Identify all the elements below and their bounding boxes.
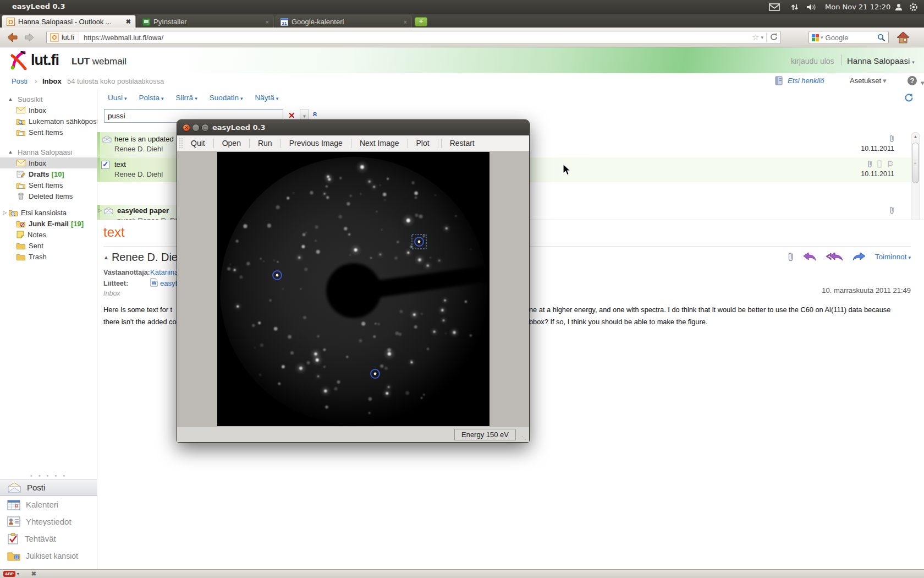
- sidebar-item-junk[interactable]: Junk E-mail[19]: [0, 218, 97, 229]
- module-contacts[interactable]: Yhteystiedot: [0, 513, 97, 530]
- message-state-icon[interactable]: [877, 160, 882, 168]
- power-gear-icon[interactable]: [909, 0, 919, 14]
- adblock-icon[interactable]: ABP: [3, 571, 15, 577]
- scrollbar-thumb[interactable]: ≡: [912, 143, 919, 183]
- menu-quit[interactable]: Quit: [183, 139, 213, 148]
- url-bar[interactable]: O lut.fi https://webmail.lut.fi/owa/ ☆ ▾: [46, 31, 781, 44]
- sidebar-item-search-folders[interactable]: ▷Etsi kansioista: [0, 207, 97, 218]
- reload-icon[interactable]: [769, 32, 778, 43]
- mail-icon[interactable]: [769, 0, 780, 14]
- help-dropdown-icon[interactable]: ▾: [921, 79, 924, 87]
- flag-icon[interactable]: [887, 160, 894, 168]
- bookmark-star-icon[interactable]: ☆: [752, 32, 759, 42]
- double-chevron-icon[interactable]: «: [310, 112, 320, 117]
- forward-icon[interactable]: [852, 251, 866, 262]
- network-arrows-icon[interactable]: [790, 0, 799, 14]
- owa-favicon: O: [50, 33, 59, 42]
- menu-restart[interactable]: Restart: [442, 139, 483, 148]
- tab-close-icon[interactable]: ×: [404, 19, 407, 25]
- volume-icon[interactable]: [806, 0, 817, 14]
- user-menu[interactable]: Hanna Salopaasi▾: [847, 56, 915, 66]
- attachments-label: Liitteet:: [103, 280, 128, 287]
- sidebar-item-unread[interactable]: Lukematon sähköposti: [0, 116, 97, 127]
- window-minimize-button[interactable]: —: [192, 124, 200, 132]
- new-menu[interactable]: Uusi▾: [108, 94, 127, 102]
- checkbox-checked[interactable]: ✓: [101, 161, 109, 169]
- sidebar-item-sent[interactable]: Sent: [0, 240, 97, 251]
- sidebar-item-sent-fav[interactable]: Sent Items: [0, 127, 97, 138]
- sidebar-item-deleted-items[interactable]: Deleted Items: [0, 190, 97, 201]
- window-titlebar[interactable]: ✕ — ▢ easyLeed 0.3: [177, 120, 529, 135]
- site-identity-chip[interactable]: O lut.fi: [47, 31, 79, 43]
- open-envelope-icon: [102, 135, 112, 143]
- sidebar-item-notes[interactable]: Notes: [0, 229, 97, 240]
- mail-module-icon: [7, 482, 21, 493]
- menu-next-image[interactable]: Next Image: [351, 139, 408, 148]
- collapse-triangle-icon[interactable]: ▲: [7, 96, 14, 102]
- refresh-icon[interactable]: [904, 92, 914, 105]
- web-search-input[interactable]: [826, 34, 877, 42]
- chevron-down-icon[interactable]: ▾: [17, 571, 19, 576]
- sidebar-item-trash[interactable]: Trash: [0, 251, 97, 262]
- tab-google-calendar[interactable]: 21 Google-kalenteri ×: [276, 15, 412, 28]
- close-addon-bar-icon[interactable]: ✖: [31, 570, 36, 577]
- logout-link[interactable]: kirjaudu ulos: [791, 57, 834, 66]
- menu-previous-image[interactable]: Previous Image: [281, 139, 351, 148]
- module-calendar[interactable]: Kalenteri: [0, 496, 97, 513]
- tab-outlook[interactable]: O Hanna Salopaasi - Outlook ... ✖: [2, 15, 136, 28]
- scroll-up-icon[interactable]: ▲: [911, 133, 920, 141]
- collapse-triangle-icon[interactable]: ▲: [7, 149, 14, 155]
- settings-menu[interactable]: Asetukset▾: [850, 77, 887, 85]
- move-menu[interactable]: Siirrä▾: [176, 94, 197, 102]
- module-mail[interactable]: Posti: [0, 479, 97, 496]
- module-tasks[interactable]: Tehtävät: [0, 530, 97, 547]
- brand-name[interactable]: lut.fi: [31, 52, 59, 69]
- forward-button[interactable]: [24, 32, 35, 45]
- reply-all-icon[interactable]: [826, 251, 843, 262]
- sent-folder-icon: [16, 129, 25, 136]
- resize-grip[interactable]: ⋱: [521, 435, 527, 440]
- menu-open[interactable]: Open: [214, 139, 249, 148]
- view-menu[interactable]: Näytä▾: [255, 94, 278, 102]
- url-dropdown-icon[interactable]: ▾: [761, 35, 763, 40]
- expand-triangle-icon[interactable]: ▷: [98, 208, 102, 213]
- easyleed-window[interactable]: ✕ — ▢ easyLeed 0.3 Quit Open Run Previou…: [177, 119, 530, 443]
- tab-close-icon[interactable]: ✖: [126, 18, 131, 25]
- home-icon[interactable]: [897, 31, 910, 46]
- leed-image-canvas[interactable]: [217, 152, 490, 426]
- expand-triangle-icon[interactable]: ▷: [1, 210, 9, 215]
- collapse-triangle-icon[interactable]: ▲: [103, 254, 109, 260]
- url-text[interactable]: https://webmail.lut.fi/owa/: [84, 34, 752, 42]
- module-public-folders[interactable]: Julkiset kansiot: [0, 547, 97, 564]
- favorites-header[interactable]: ▲Suosikit: [0, 94, 97, 105]
- user-icon[interactable]: [894, 0, 903, 14]
- new-tab-button[interactable]: +: [415, 17, 427, 26]
- window-maximize-button[interactable]: ▢: [201, 124, 209, 132]
- menu-run[interactable]: Run: [250, 139, 280, 148]
- filter-menu[interactable]: Suodatin▾: [210, 94, 243, 102]
- splitter-handle[interactable]: • • • • •: [0, 472, 97, 479]
- sidebar-item-inbox-fav[interactable]: Inbox: [0, 105, 97, 116]
- menu-plot[interactable]: Plot: [408, 139, 438, 148]
- sidebar-item-inbox[interactable]: Inbox: [0, 157, 97, 168]
- clock[interactable]: Mon Nov 21 12:20: [825, 3, 890, 11]
- ubuntu-top-panel: easyLeed 0.3 Mon Nov 21 12:20: [0, 0, 924, 14]
- back-button[interactable]: [6, 31, 19, 46]
- breadcrumb-root[interactable]: Posti: [12, 77, 28, 85]
- unread-count: [10]: [52, 170, 64, 178]
- delete-menu[interactable]: Poista▾: [139, 94, 164, 102]
- search-bar[interactable]: ▾: [809, 31, 889, 44]
- help-button[interactable]: ?: [908, 76, 917, 85]
- magnifier-icon[interactable]: [877, 34, 886, 42]
- reply-icon[interactable]: [802, 251, 817, 262]
- find-person-link[interactable]: Etsi henkilö: [788, 77, 824, 85]
- sidebar-item-sent-items[interactable]: Sent Items: [0, 179, 97, 190]
- window-close-button[interactable]: ✕: [183, 124, 190, 132]
- actions-menu[interactable]: Toiminnot▾: [875, 253, 911, 261]
- to-recipient-link[interactable]: Katariina: [150, 268, 178, 276]
- search-engine-dropdown-icon[interactable]: ▾: [821, 35, 823, 40]
- account-header[interactable]: ▲Hanna Salopaasi: [0, 146, 97, 157]
- tab-pyinstaller[interactable]: PyInstaller ×: [138, 15, 274, 28]
- tab-close-icon[interactable]: ×: [266, 19, 269, 25]
- sidebar-item-drafts[interactable]: Drafts[10]: [0, 168, 97, 179]
